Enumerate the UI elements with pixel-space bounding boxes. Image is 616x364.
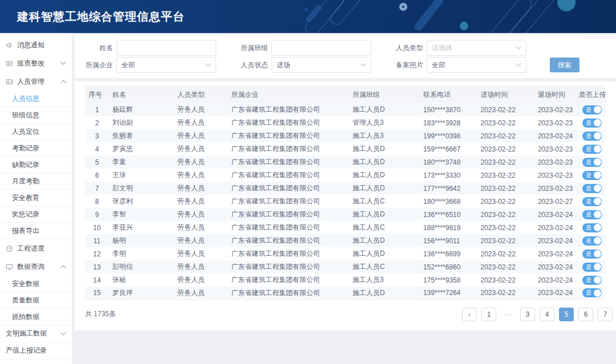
- inspect-icon: [6, 60, 13, 67]
- sidebar-item[interactable]: 数据查询: [0, 257, 72, 276]
- cell-enter-date: 2023-02-22: [477, 234, 534, 247]
- cell-exit-date: 2023-02-23: [534, 169, 579, 182]
- name-filter-label: 姓名: [84, 43, 113, 53]
- sidebar-item[interactable]: 月度考勤: [0, 173, 72, 190]
- table-row: 12 李明 劳务人员 广东省建筑工程集团有限公司 施工人员D 136****66…: [85, 247, 606, 260]
- sidebar-item[interactable]: 报表导出: [0, 223, 72, 239]
- cell-index: 9: [85, 208, 109, 221]
- table-row: 8 张彦利 劳务人员 广东省建筑工程集团有限公司 施工人员C 180****36…: [85, 195, 606, 208]
- cell-phone: 183****3928: [420, 116, 477, 129]
- pagination-page-3[interactable]: 3: [520, 308, 535, 321]
- cell-index: 6: [85, 169, 109, 182]
- upload-toggle[interactable]: 是: [582, 145, 602, 154]
- pagination-page-6[interactable]: 6: [578, 308, 593, 321]
- pagination-page-1[interactable]: 1: [481, 308, 496, 321]
- upload-toggle[interactable]: 是: [582, 263, 602, 272]
- team-input[interactable]: [271, 40, 371, 56]
- cell-exit-date: 2023-02-24: [534, 221, 579, 234]
- upload-toggle[interactable]: 是: [582, 105, 602, 114]
- search-button[interactable]: 搜索: [550, 58, 579, 72]
- upload-toggle[interactable]: 是: [582, 223, 602, 232]
- table-row: 5 李童 劳务人员 广东省建筑工程集团有限公司 施工人员D 180****374…: [85, 156, 606, 169]
- cell-team: 管理人员3: [349, 116, 420, 129]
- cell-enter-date: 2023-02-22: [477, 129, 534, 142]
- toggle-label: 是: [586, 238, 591, 244]
- upload-toggle[interactable]: 是: [582, 210, 602, 219]
- upload-toggle[interactable]: 是: [582, 276, 602, 285]
- sidebar-item[interactable]: 缺勤记录: [0, 157, 72, 173]
- status-select[interactable]: 进场: [271, 57, 371, 73]
- total-count: 共 1735条: [85, 309, 116, 319]
- sidebar-item[interactable]: 人员定位: [0, 124, 72, 140]
- table-row: 11 杨明 劳务人员 广东省建筑工程集团有限公司 施工人员D 156****90…: [85, 234, 606, 247]
- cell-team: 施工人员D: [349, 234, 420, 247]
- sidebar-item[interactable]: 奖惩记录: [0, 206, 72, 223]
- cell-phone: 159****6667: [420, 142, 477, 156]
- pagination-page-5[interactable]: 5: [559, 308, 574, 321]
- photo-select[interactable]: 全部: [427, 57, 526, 73]
- cell-person-type: 劳务人员: [174, 182, 228, 195]
- cell-name: 李童: [109, 156, 174, 169]
- cell-team: 施工人员D: [349, 169, 420, 182]
- cell-name: 杨廷辉: [109, 103, 174, 116]
- person-type-select[interactable]: 请选择: [427, 40, 526, 56]
- sidebar-item[interactable]: 人员管理: [0, 72, 72, 91]
- upload-toggle[interactable]: 是: [582, 118, 602, 128]
- cell-enter-date: 2023-02-22: [477, 208, 534, 221]
- upload-toggle[interactable]: 是: [582, 158, 602, 167]
- chevron-down-icon: [205, 63, 211, 67]
- sidebar-item[interactable]: 文明施工数据: [0, 325, 72, 342]
- column-header: 姓名: [109, 86, 174, 103]
- sidebar-item[interactable]: 人员信息: [0, 91, 72, 107]
- cell-phone: 180****3748: [420, 156, 477, 169]
- filter-panel: 姓名 所属班组 人员类型 请选择 所属企业: [75, 35, 616, 78]
- sidebar-item[interactable]: 安全教育: [0, 190, 72, 206]
- cell-person-type: 劳务人员: [174, 116, 228, 129]
- cell-exit-date: 2023-02-24: [534, 260, 579, 273]
- upload-toggle[interactable]: 是: [582, 171, 602, 180]
- cell-enter-date: 2023-02-22: [477, 103, 534, 116]
- sidebar-item[interactable]: 质量数据: [0, 292, 72, 309]
- upload-toggle[interactable]: 是: [582, 132, 602, 141]
- sidebar-item[interactable]: 班组信息: [0, 107, 72, 124]
- pagination-page-4[interactable]: 4: [540, 308, 554, 321]
- sidebar-item[interactable]: 工程进度: [0, 239, 72, 257]
- sidebar-item[interactable]: 安全数据: [0, 276, 72, 292]
- name-input[interactable]: [116, 40, 216, 56]
- sidebar-item[interactable]: 产值上报记录: [0, 342, 72, 359]
- upload-toggle[interactable]: 是: [582, 288, 602, 297]
- toggle-label: 是: [586, 224, 591, 231]
- cell-company: 广东省建筑工程集团有限公司: [228, 195, 349, 208]
- sidebar-item[interactable]: 消息通知: [0, 36, 72, 54]
- upload-toggle[interactable]: 是: [582, 250, 602, 259]
- cell-exit-date: 2023-02-23: [534, 182, 579, 195]
- sidebar-item[interactable]: 考勤记录: [0, 140, 72, 157]
- toggle-knob: [594, 158, 601, 166]
- cell-exit-date: 2023-02-23: [534, 156, 579, 169]
- cell-team: 施工人员D: [349, 142, 420, 156]
- page-title: 建科智慧工地综合管理信息平台: [0, 0, 616, 33]
- upload-toggle[interactable]: 是: [582, 197, 602, 206]
- cell-name: 罗良坪: [109, 287, 174, 300]
- personnel-table: 序号姓名人员类型所属企业所属班组联系电话进场时间退场时间是否上传 1 杨廷辉 劳…: [85, 86, 606, 300]
- cell-phone: 139****7264: [420, 287, 477, 300]
- pagination-prev-button[interactable]: ‹: [462, 308, 477, 321]
- toggle-label: 是: [586, 133, 591, 140]
- company-select[interactable]: 全部: [116, 57, 216, 73]
- cell-index: 15: [85, 287, 109, 300]
- upload-toggle[interactable]: 是: [582, 236, 602, 246]
- sidebar-item[interactable]: 抓拍数据: [0, 309, 72, 325]
- table-header-row: 序号姓名人员类型所属企业所属班组联系电话进场时间退场时间是否上传: [85, 86, 606, 103]
- cell-index: 7: [85, 182, 109, 195]
- upload-toggle[interactable]: 是: [582, 184, 602, 193]
- cell-enter-date: 2023-02-22: [477, 273, 534, 287]
- person-type-filter-label: 人员类型: [394, 43, 423, 53]
- toggle-label: 是: [586, 264, 591, 271]
- cell-phone: 199****0398: [420, 129, 477, 142]
- sidebar-item[interactable]: 巡查整改: [0, 54, 72, 72]
- photo-filter-label: 备案照片: [394, 60, 423, 70]
- pagination-page-7[interactable]: 7: [598, 308, 613, 321]
- toggle-label: 是: [586, 146, 591, 153]
- toggle-knob: [594, 276, 601, 284]
- sidebar-item-label: 报表导出: [12, 226, 39, 236]
